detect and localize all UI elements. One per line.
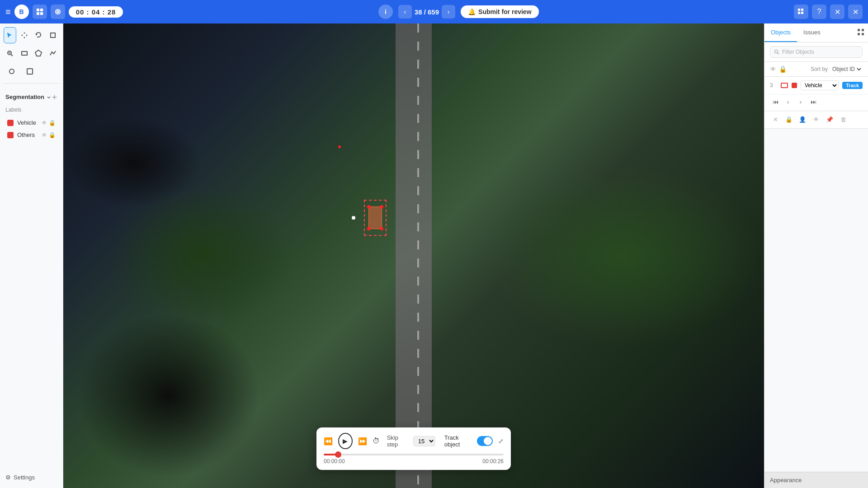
annotation-dot bbox=[338, 145, 341, 148]
left-toolbar: Segmentation Labels Vehicle 👁 🔒 bbox=[0, 23, 63, 488]
corner-handle-br[interactable] bbox=[380, 227, 383, 230]
polygon-tool-button[interactable] bbox=[33, 45, 45, 61]
vehicle-eye-icon[interactable]: 👁 bbox=[42, 120, 47, 126]
others-color-swatch bbox=[7, 132, 14, 138]
skip-step-select[interactable]: 15 5 10 20 30 bbox=[413, 436, 435, 446]
track-object-toggle[interactable] bbox=[477, 436, 493, 446]
play-button[interactable]: ▶ bbox=[338, 433, 353, 449]
toggle-knob bbox=[484, 437, 492, 445]
hamburger-icon[interactable]: ≡ bbox=[5, 7, 11, 17]
tab-objects[interactable]: Objects bbox=[764, 23, 797, 42]
expand-button[interactable]: ⤢ bbox=[498, 437, 504, 445]
main-layout: Segmentation Labels Vehicle 👁 🔒 bbox=[0, 23, 868, 488]
toolbar-divider bbox=[4, 83, 59, 84]
vehicle-box-inner bbox=[368, 206, 382, 229]
sort-label: Sort by bbox=[811, 66, 828, 72]
fast-forward-button[interactable]: ⏩ bbox=[358, 437, 367, 446]
submit-label: Submit for review bbox=[478, 8, 531, 15]
grid-view-button[interactable] bbox=[794, 5, 808, 19]
svg-line-23 bbox=[778, 53, 779, 55]
close-panel-button[interactable]: ✕ bbox=[830, 5, 844, 19]
settings-row[interactable]: ⚙ Settings bbox=[4, 470, 59, 484]
select-tool-button[interactable] bbox=[4, 27, 16, 43]
obj-lock-button[interactable]: 🔒 bbox=[783, 114, 794, 125]
lock-toggle-icon[interactable]: 🔒 bbox=[779, 66, 787, 73]
label-item-vehicle[interactable]: Vehicle 👁 🔒 bbox=[5, 117, 57, 129]
help-button[interactable]: ? bbox=[812, 5, 826, 19]
segmentation-icon bbox=[52, 94, 57, 100]
label-item-others[interactable]: Others 👁 🔒 bbox=[5, 129, 57, 141]
prev-frame-button[interactable]: ‹ bbox=[398, 5, 412, 19]
filter-placeholder[interactable]: Filter Objects bbox=[782, 49, 814, 55]
eye-toggle-icon[interactable]: 👁 bbox=[770, 66, 776, 73]
svg-rect-20 bbox=[858, 33, 860, 35]
zoom-tool-button[interactable] bbox=[4, 45, 16, 61]
mid-handle-left[interactable] bbox=[352, 216, 355, 220]
tool-row-1 bbox=[4, 27, 59, 43]
obj-pin-button[interactable]: 📌 bbox=[824, 114, 835, 125]
svg-point-4 bbox=[56, 9, 60, 14]
grid-icon-button[interactable] bbox=[854, 25, 868, 41]
clock-button[interactable]: ⏱ bbox=[373, 437, 380, 445]
others-eye-icon[interactable]: 👁 bbox=[42, 132, 47, 138]
top-bar: ≡ B 00 : 04 : 28 i ‹ 38 / 659 › 🔔 Submit… bbox=[0, 0, 868, 23]
obj-nav-controls: ⏮ ‹ › ⏭ bbox=[764, 94, 868, 111]
time-row: 00:00:00 00:00:26 bbox=[324, 458, 504, 465]
prev-obj-button[interactable]: ‹ bbox=[783, 96, 793, 107]
svg-point-5 bbox=[57, 11, 59, 13]
logo-icon: B bbox=[14, 5, 29, 19]
others-lock-icon[interactable]: 🔒 bbox=[49, 132, 56, 138]
icon-btn-square[interactable] bbox=[33, 5, 47, 19]
obj-person-button[interactable]: 👤 bbox=[797, 114, 808, 125]
progress-bar-fill bbox=[324, 454, 338, 455]
undo-tool-button[interactable] bbox=[33, 27, 45, 43]
first-frame-button[interactable]: ⏮ bbox=[770, 96, 781, 107]
sort-select[interactable]: Object ID bbox=[830, 66, 863, 73]
svg-rect-0 bbox=[37, 9, 39, 11]
svg-rect-14 bbox=[22, 52, 27, 55]
next-obj-button[interactable]: › bbox=[795, 96, 806, 107]
others-label-name: Others bbox=[17, 131, 35, 138]
progress-bar-track[interactable] bbox=[324, 454, 504, 455]
video-controls: ⏪ ▶ ⏩ ⏱ Skip step 15 5 10 20 30 Track ob… bbox=[316, 427, 511, 470]
svg-rect-2 bbox=[37, 12, 39, 15]
bell-icon: 🔔 bbox=[468, 8, 476, 15]
skip-step-label: Skip step bbox=[387, 434, 408, 448]
move-tool-button[interactable] bbox=[18, 27, 31, 43]
canvas-area[interactable]: ⏪ ▶ ⏩ ⏱ Skip step 15 5 10 20 30 Track ob… bbox=[63, 23, 764, 488]
segmentation-row: Segmentation bbox=[4, 91, 59, 103]
frame-counter: 38 / 659 bbox=[415, 8, 439, 16]
submit-review-button[interactable]: 🔔 Submit for review bbox=[461, 5, 538, 18]
corner-handle-bl[interactable] bbox=[367, 227, 371, 230]
crop-tool-button[interactable] bbox=[47, 27, 59, 43]
vehicle-annotation-box[interactable] bbox=[364, 200, 387, 236]
close-window-button[interactable]: ✕ bbox=[848, 5, 863, 19]
rewind-button[interactable]: ⏪ bbox=[324, 437, 333, 446]
frame-nav: ‹ 38 / 659 › bbox=[398, 5, 455, 19]
object-rect-icon bbox=[781, 83, 788, 88]
appearance-bar: Appearance bbox=[764, 472, 868, 488]
right-tabs: Objects Issues bbox=[764, 23, 868, 42]
rect-tool-button[interactable] bbox=[18, 45, 31, 61]
progress-thumb[interactable] bbox=[335, 451, 341, 458]
obj-close-button[interactable]: ✕ bbox=[770, 114, 781, 125]
tab-issues[interactable]: Issues bbox=[797, 23, 827, 42]
circle-tool-button[interactable] bbox=[4, 63, 20, 80]
last-frame-button[interactable]: ⏭ bbox=[808, 96, 819, 107]
filter-input-wrapper: Filter Objects bbox=[770, 46, 863, 58]
timer-display: 00 : 04 : 28 bbox=[69, 6, 123, 18]
time-end: 00:00:26 bbox=[482, 458, 504, 465]
obj-eye-button[interactable]: 👁 bbox=[811, 114, 821, 125]
obj-delete-button[interactable]: 🗑 bbox=[838, 114, 849, 125]
sort-row: 👁 🔒 Sort by Object ID bbox=[764, 62, 868, 77]
vehicle-color-swatch bbox=[7, 120, 14, 126]
tag-tool-button[interactable] bbox=[22, 63, 38, 80]
info-button[interactable]: i bbox=[378, 5, 393, 19]
vehicle-lock-icon[interactable]: 🔒 bbox=[49, 120, 56, 126]
corner-handle-tr[interactable] bbox=[380, 205, 383, 209]
polyline-tool-button[interactable] bbox=[47, 45, 59, 61]
corner-handle-tl[interactable] bbox=[367, 205, 371, 209]
object-label-select[interactable]: Vehicle bbox=[801, 80, 839, 90]
next-frame-button[interactable]: › bbox=[442, 5, 455, 19]
icon-btn-target[interactable] bbox=[51, 5, 65, 19]
